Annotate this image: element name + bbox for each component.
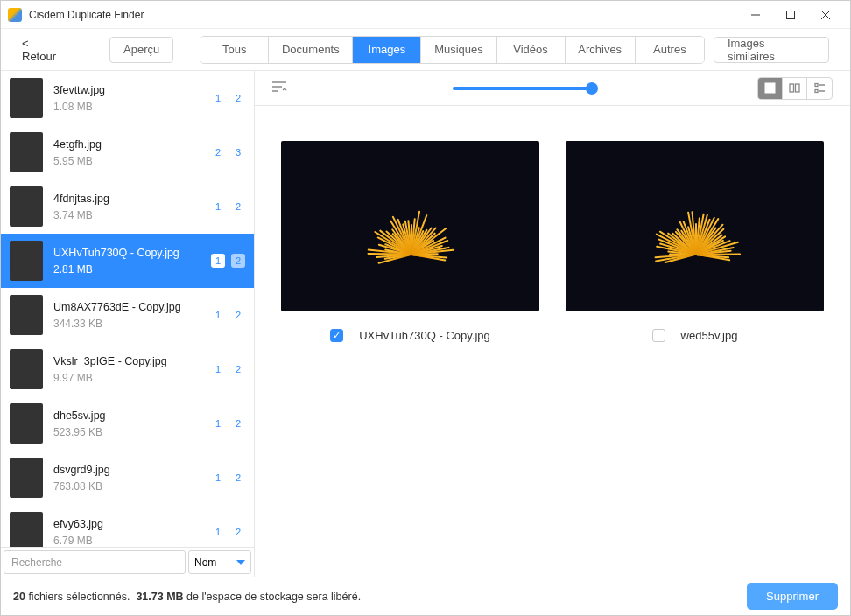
badge[interactable]: 1 (211, 254, 225, 268)
close-button[interactable] (808, 3, 843, 27)
file-name: 3fevttw.jpg (53, 84, 200, 96)
dup-badges: 12 (211, 525, 245, 539)
thumbnail (10, 512, 43, 547)
tab-autres[interactable]: Autres (636, 37, 704, 63)
svg-rect-10 (771, 89, 776, 94)
file-name: dsvgrd9.jpg (53, 464, 200, 476)
similar-images-button[interactable]: Images similaires (714, 37, 829, 63)
category-tabs: TousDocumentsImagesMusiquesVidéosArchive… (200, 36, 705, 64)
tab-images[interactable]: Images (353, 37, 421, 63)
app-title: Cisdem Duplicate Finder (29, 9, 738, 21)
file-size: 763.08 KB (53, 480, 200, 493)
tab-tous[interactable]: Tous (200, 37, 269, 63)
file-list[interactable]: 3fevttw.jpg 1.08 MB 12 4etgfh.jpg 5.95 M… (1, 71, 254, 547)
dup-badges: 12 (211, 416, 245, 430)
thumbnail (10, 403, 43, 444)
svg-rect-15 (815, 90, 818, 93)
preview-image[interactable] (566, 141, 824, 312)
view-compare[interactable] (783, 78, 807, 99)
preview-button[interactable]: Aperçu (109, 37, 173, 63)
app-icon (8, 8, 22, 22)
search-input[interactable]: Recherche (4, 550, 186, 574)
sort-label: Nom (194, 556, 216, 569)
svg-rect-9 (765, 89, 770, 94)
sort-icon[interactable] (272, 80, 288, 96)
thumbnail (10, 241, 43, 281)
preview-filename: UXHvTuh730Q - Copy.jpg (359, 329, 490, 342)
file-size: 1.08 MB (53, 101, 200, 113)
content-toolbar (255, 71, 850, 106)
select-checkbox[interactable] (330, 329, 343, 342)
badge[interactable]: 2 (231, 416, 245, 430)
file-item[interactable]: Vkslr_3pIGE - Copy.jpg 9.97 MB 12 (1, 342, 254, 396)
badge[interactable]: 1 (211, 362, 225, 376)
content-pane: UXHvTuh730Q - Copy.jpg wed55v.jpg (255, 71, 850, 577)
badge[interactable]: 2 (231, 362, 245, 376)
back-button[interactable]: < Retour (22, 37, 66, 63)
file-name: 4etgfh.jpg (53, 138, 200, 150)
file-item[interactable]: dsvgrd9.jpg 763.08 KB 12 (1, 451, 254, 505)
tab-musiques[interactable]: Musiques (421, 37, 496, 63)
dup-badges: 12 (211, 200, 245, 214)
badge[interactable]: 2 (231, 471, 245, 485)
file-item[interactable]: 3fevttw.jpg 1.08 MB 12 (1, 71, 254, 125)
dup-badges: 12 (211, 308, 245, 322)
chevron-down-icon (236, 558, 245, 567)
badge[interactable]: 2 (231, 200, 245, 214)
file-item[interactable]: UXHvTuh730Q - Copy.jpg 2.81 MB 12 (1, 234, 254, 288)
tab-documents[interactable]: Documents (269, 37, 353, 63)
statusbar: 20 fichiers sélectionnés. 31.73 MB de l'… (1, 577, 850, 615)
file-item[interactable]: 4fdnjtas.jpg 3.74 MB 12 (1, 179, 254, 234)
badge[interactable]: 1 (211, 525, 225, 539)
sort-select[interactable]: Nom (188, 550, 251, 574)
svg-rect-7 (765, 83, 770, 88)
file-name: 4fdnjtas.jpg (53, 192, 200, 205)
preview-filename: wed55v.jpg (681, 329, 738, 342)
view-grid[interactable] (758, 78, 783, 99)
file-item[interactable]: dhe5sv.jpg 523.95 KB 12 (1, 396, 254, 451)
file-name: Vkslr_3pIGE - Copy.jpg (53, 355, 200, 368)
thumbnail (10, 295, 43, 335)
badge[interactable]: 2 (231, 525, 245, 539)
titlebar: Cisdem Duplicate Finder (1, 1, 850, 29)
badge[interactable]: 2 (231, 254, 245, 268)
tab-archives[interactable]: Archives (566, 37, 636, 63)
badge[interactable]: 1 (211, 200, 225, 214)
maximize-button[interactable] (773, 3, 808, 27)
preview-image[interactable] (281, 141, 539, 312)
file-size: 3.74 MB (53, 209, 200, 221)
selected-count: 20 (13, 591, 25, 603)
view-list[interactable] (807, 78, 832, 99)
badge[interactable]: 1 (211, 91, 225, 105)
thumbnail (10, 132, 43, 172)
badge[interactable]: 2 (231, 308, 245, 322)
minimize-button[interactable] (738, 3, 773, 27)
tab-vidéos[interactable]: Vidéos (497, 37, 566, 63)
file-size: 523.95 KB (53, 426, 200, 438)
badge[interactable]: 1 (211, 416, 225, 430)
svg-rect-13 (815, 84, 818, 87)
svg-rect-11 (790, 84, 794, 92)
badge[interactable]: 2 (231, 91, 245, 105)
badge[interactable]: 2 (211, 145, 225, 159)
file-item[interactable]: 4etgfh.jpg 5.95 MB 23 (1, 125, 254, 179)
badge[interactable]: 1 (211, 308, 225, 322)
file-item[interactable]: efvy63.jpg 6.79 MB 12 (1, 505, 254, 547)
delete-button[interactable]: Supprimer (747, 583, 838, 610)
toolbar: < Retour Aperçu TousDocumentsImagesMusiq… (1, 29, 850, 71)
freed-size: 31.73 MB (136, 591, 183, 603)
badge[interactable]: 3 (231, 145, 245, 159)
select-checkbox[interactable] (652, 329, 665, 342)
preview-card: wed55v.jpg (566, 141, 824, 342)
thumbnail (10, 349, 43, 389)
thumbnail (10, 78, 43, 118)
svg-rect-1 (787, 10, 795, 18)
file-size: 2.81 MB (53, 263, 200, 276)
thumbnail (10, 186, 43, 227)
zoom-slider[interactable] (288, 87, 757, 90)
badge[interactable]: 1 (211, 471, 225, 485)
dup-badges: 12 (211, 471, 245, 485)
dup-badges: 12 (211, 362, 245, 376)
file-item[interactable]: Um8AX7763dE - Copy.jpg 344.33 KB 12 (1, 288, 254, 342)
preview-area: UXHvTuh730Q - Copy.jpg wed55v.jpg (255, 106, 850, 577)
